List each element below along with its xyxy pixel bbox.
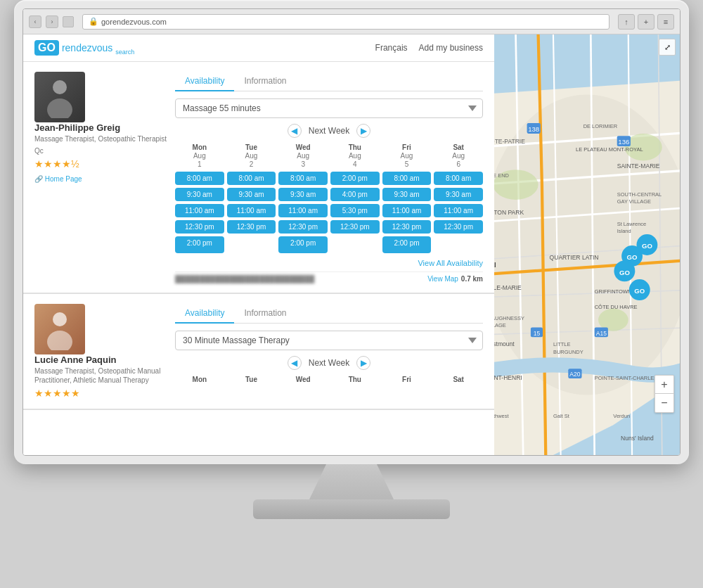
time-slot[interactable]: 12:30 pm xyxy=(434,220,483,234)
time-slot[interactable]: 11:00 am xyxy=(175,204,224,217)
day-header-thu: Thu Aug 4 xyxy=(330,143,380,169)
svg-text:Verdun: Verdun xyxy=(613,413,630,419)
tabs-1: Availability Information xyxy=(175,72,483,91)
time-slot[interactable]: 8:00 am xyxy=(278,172,328,185)
svg-text:GO: GO xyxy=(619,269,630,276)
time-slot[interactable]: 5:30 pm xyxy=(330,204,380,217)
monitor-body: ‹ › 🔒 gorendezvous.com ↑ + ≡ xyxy=(14,0,689,464)
nav-francais[interactable]: Français xyxy=(375,43,408,53)
svg-text:GAY VILLAGE: GAY VILLAGE xyxy=(617,198,651,205)
svg-text:A15: A15 xyxy=(596,330,607,337)
day-header-fri: Fri Aug 5 xyxy=(382,143,432,169)
time-slot[interactable]: 9:30 am xyxy=(175,188,224,201)
time-slot[interactable]: 12:30 pm xyxy=(278,220,328,234)
time-slot[interactable]: 11:00 am xyxy=(434,204,483,217)
time-slot[interactable]: 11:00 am xyxy=(227,204,276,217)
bookmark-button[interactable]: + xyxy=(638,14,654,30)
time-slot[interactable]: 8:00 am xyxy=(227,172,276,185)
tab-availability-1[interactable]: Availability xyxy=(175,72,234,91)
listing-card-1: Jean-Philippe Greig Massage Therapist, O… xyxy=(23,62,494,294)
day-header-tue2: Tue xyxy=(227,376,276,384)
map-expand-button[interactable]: ⤢ xyxy=(659,39,676,56)
time-slot[interactable]: 8:00 am xyxy=(175,172,224,185)
zoom-in-button[interactable]: + xyxy=(655,376,673,394)
time-slot[interactable]: 9:30 am xyxy=(227,188,276,201)
svg-text:LITTLE: LITTLE xyxy=(553,341,571,347)
svg-text:POINTE-SAINT-CHARLES: POINTE-SAINT-CHARLES xyxy=(595,375,658,381)
time-slot[interactable]: 2:00 pm xyxy=(382,236,432,253)
svg-text:VILLAGE: VILLAGE xyxy=(494,322,506,328)
zoom-out-button[interactable]: − xyxy=(655,394,673,412)
time-slot[interactable]: 8:00 am xyxy=(434,172,483,185)
view-map-link-1[interactable]: View Map xyxy=(427,275,458,283)
time-slot[interactable]: 2:00 pm xyxy=(175,236,224,253)
time-slot[interactable]: 8:00 am xyxy=(382,172,432,185)
map-svg: CÔTE-PATRIE DE LORIMIER LE PLATEAU MONT-… xyxy=(494,34,680,455)
service-dropdown-2[interactable]: 30 Minute Massage Therapy xyxy=(175,331,483,350)
listing-stars-2: ★★★★★ xyxy=(34,388,175,399)
svg-text:MILTON PARK: MILTON PARK xyxy=(494,209,524,216)
day-header-wed2: Wed xyxy=(278,376,328,384)
time-slot[interactable]: 12:30 pm xyxy=(227,220,276,234)
logo-rendezvous: rendezvous xyxy=(62,42,112,53)
day-header-mon2: Mon xyxy=(175,376,224,384)
forward-button[interactable]: › xyxy=(46,15,58,28)
time-slot[interactable]: 9:30 am xyxy=(278,188,328,201)
share-button[interactable]: ↑ xyxy=(618,14,635,30)
time-slot[interactable]: 12:30 pm xyxy=(175,220,224,234)
tab-information-2[interactable]: Information xyxy=(234,304,296,324)
nav-add-business[interactable]: Add my business xyxy=(419,43,483,53)
day-header-fri2: Fri xyxy=(382,376,432,384)
prev-week-btn-2[interactable]: ◀ xyxy=(288,356,302,370)
time-slot-empty xyxy=(434,236,483,253)
tab-information-1[interactable]: Information xyxy=(234,72,296,91)
time-slot[interactable]: 2:00 pm xyxy=(330,172,380,185)
svg-text:SAINTE-MARIE: SAINTE-MARIE xyxy=(617,162,660,170)
logo-go: GO xyxy=(34,40,59,56)
listing-card-2: Lucie Anne Paquin Massage Therapist, Ost… xyxy=(23,294,494,410)
header-nav: Français Add my business xyxy=(375,43,483,53)
day-header-wed: Wed Aug 3 xyxy=(278,143,328,169)
listing-homepage-1[interactable]: 🔗 Home Page xyxy=(34,175,175,183)
listing-footer-1: ████████████████████████████ View Map 0.… xyxy=(175,271,483,283)
tab-availability-2[interactable]: Availability xyxy=(175,304,234,324)
next-week-btn-2[interactable]: ▶ xyxy=(356,356,370,370)
site-header: GO rendezvous search Français Add my bus… xyxy=(23,34,494,62)
svg-text:SHAUGHNESSY: SHAUGHNESSY xyxy=(494,315,524,321)
svg-text:St Lawrence: St Lawrence xyxy=(617,221,647,227)
listing-right-1: Availability Information Massage 55 minu… xyxy=(175,72,483,283)
address-bar[interactable]: 🔒 gorendezvous.com xyxy=(82,14,610,30)
svg-text:VILLE-MARIE: VILLE-MARIE xyxy=(494,284,522,291)
svg-text:SOUTH-CENTRAL: SOUTH-CENTRAL xyxy=(617,191,662,198)
logo-area: GO rendezvous search xyxy=(34,40,134,56)
week-nav-2: ◀ Next Week ▶ xyxy=(175,356,483,370)
time-slot[interactable]: 4:00 pm xyxy=(330,188,380,201)
svg-text:GO: GO xyxy=(634,287,645,295)
back-button[interactable]: ‹ xyxy=(29,15,41,28)
time-slot[interactable]: 2:00 pm xyxy=(278,236,328,253)
screen: ‹ › 🔒 gorendezvous.com ↑ + ≡ xyxy=(22,8,681,456)
time-slot[interactable]: 9:30 am xyxy=(382,188,432,201)
map-panel: CÔTE-PATRIE DE LORIMIER LE PLATEAU MONT-… xyxy=(494,34,680,455)
time-slot[interactable]: 11:00 am xyxy=(278,204,328,217)
time-slot[interactable]: 11:00 am xyxy=(382,204,432,217)
svg-text:Southwest: Southwest xyxy=(494,413,510,419)
service-dropdown-1[interactable]: Massage 55 minutes xyxy=(175,98,483,118)
time-slot[interactable]: 12:30 pm xyxy=(330,220,380,234)
svg-text:A20: A20 xyxy=(569,371,580,378)
svg-text:GO: GO xyxy=(642,242,652,250)
listing-left-1: Jean-Philippe Greig Massage Therapist, O… xyxy=(34,72,175,283)
time-slot-empty xyxy=(330,236,380,253)
svg-text:Westmount: Westmount xyxy=(494,340,515,347)
time-slot[interactable]: 12:30 pm xyxy=(382,220,432,234)
prev-week-btn-1[interactable]: ◀ xyxy=(288,124,302,138)
schedule-grid-1: Mon Aug 1 Tue Aug 2 Wed xyxy=(175,143,483,253)
time-slot[interactable]: 9:30 am xyxy=(434,188,483,201)
day-header-sat: Sat Aug 6 xyxy=(434,143,483,169)
view-all-availability-1[interactable]: View All Availability xyxy=(175,259,483,267)
menu-button[interactable]: ≡ xyxy=(657,14,674,30)
listing-photo-1 xyxy=(34,72,85,122)
next-week-btn-1[interactable]: ▶ xyxy=(356,124,370,138)
svg-text:MILE END: MILE END xyxy=(494,172,510,179)
listing-desc-1: Massage Therapist, Osteopathic Therapist xyxy=(34,134,175,143)
